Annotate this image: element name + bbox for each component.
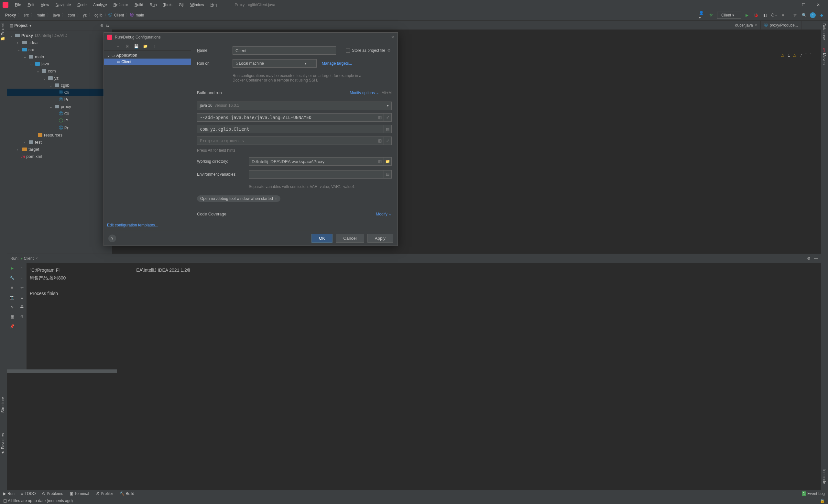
ok-button[interactable]: OK (312, 234, 332, 243)
camera-icon[interactable]: 📷 (9, 294, 15, 300)
expand-icon[interactable]: ⤢ (384, 136, 392, 145)
program-args-input[interactable] (197, 136, 376, 145)
breadcrumb-item[interactable]: com (66, 13, 77, 17)
folder-icon[interactable]: 📁 (142, 44, 149, 48)
editor-tab[interactable]: Ⓒproxy/Produce... (761, 21, 801, 30)
tree-row[interactable]: Ⓘ IP (7, 117, 112, 124)
add-icon[interactable]: + (106, 44, 112, 48)
lock-icon[interactable]: 🔒 (820, 499, 825, 503)
stop-icon[interactable]: ■ (9, 284, 15, 291)
menu-view[interactable]: View (38, 3, 52, 7)
breadcrumb-item[interactable]: java (51, 13, 62, 17)
down-icon[interactable]: ↓ (19, 275, 25, 281)
bottom-tab-run[interactable]: ▶ Run (3, 491, 14, 496)
git-icon[interactable]: ⇄ (792, 12, 798, 18)
collapse-icon[interactable]: ⇆ (106, 23, 109, 28)
insert-icon[interactable]: ▥ (376, 136, 384, 145)
exit-icon[interactable]: ⎋ (9, 304, 15, 310)
gear-icon[interactable]: ⚙ (807, 256, 811, 261)
horizontal-scrollbar[interactable] (7, 369, 117, 373)
editor-inspections[interactable]: ⚠1 ⚠7 ˆˇ (781, 53, 811, 57)
tree-row[interactable]: Ⓒ Pr (7, 124, 112, 131)
menu-navigate[interactable]: Navigate (52, 3, 74, 7)
insert-icon[interactable]: ▥ (376, 113, 384, 122)
chip-close-icon[interactable]: × (275, 196, 277, 201)
profiler-icon[interactable]: ⏱▾ (771, 12, 777, 18)
menu-window[interactable]: Window (187, 3, 207, 7)
bottom-tab-terminal[interactable]: ▣ Terminal (70, 491, 89, 496)
menu-file[interactable]: File (12, 3, 24, 7)
rerun-icon[interactable]: ▶ (9, 265, 15, 271)
tree-row-selected[interactable]: Ⓒ Cli (7, 89, 112, 96)
apply-button[interactable]: Apply (367, 234, 393, 243)
hide-icon[interactable]: — (814, 256, 818, 261)
pin-icon[interactable]: 📌 (9, 323, 15, 330)
menu-analyze[interactable]: Analyze (90, 3, 110, 7)
trash-icon[interactable]: 🗑 (19, 313, 25, 320)
tree-row[interactable]: ⌄src (7, 46, 112, 53)
rail-structure[interactable]: Structure (0, 394, 6, 415)
print-icon[interactable]: 🖶 (19, 304, 25, 310)
run-icon[interactable]: ▶ (744, 12, 750, 18)
modify-link[interactable]: Modify ⌄ (376, 212, 392, 216)
tree-row[interactable]: ⌄proxy (7, 103, 112, 110)
gear-icon[interactable]: ⚙ (387, 48, 392, 53)
tree-row[interactable]: ⌄cglib (7, 82, 112, 89)
update-icon[interactable]: ↑ (810, 12, 816, 18)
config-group-application[interactable]: ⌄▭ Application (104, 52, 191, 58)
store-checkbox[interactable] (346, 48, 350, 53)
breadcrumb-item[interactable]: main (35, 13, 47, 17)
expand-icon[interactable]: ⤢ (384, 113, 392, 122)
menu-build[interactable]: Build (131, 3, 147, 7)
rail-database[interactable]: Database (821, 21, 827, 42)
breadcrumb-item[interactable]: src (22, 13, 31, 17)
breadcrumb-item[interactable]: Client (112, 13, 126, 17)
browse-icon[interactable]: ▤ (384, 170, 392, 178)
tree-row[interactable]: ›test (7, 138, 112, 145)
menu-code[interactable]: Code (74, 3, 90, 7)
breadcrumb-item[interactable]: yz (81, 13, 89, 17)
tree-row[interactable]: ›target (7, 145, 112, 153)
menu-run[interactable]: Run (147, 3, 160, 7)
insert-icon[interactable]: ▥ (376, 157, 384, 166)
menu-git[interactable]: Git (176, 3, 187, 7)
run-output[interactable]: "C:\Program Fi EA\IntelliJ IDEA 2021.1.2… (27, 263, 821, 373)
close-window-button[interactable]: ✕ (811, 0, 825, 9)
tree-row[interactable]: ⌄yz (7, 74, 112, 82)
rail-leetcode[interactable]: leetcode (821, 467, 827, 487)
stop-icon[interactable]: ■ (780, 12, 786, 18)
tree-row[interactable]: ⌄com (7, 67, 112, 74)
up-icon[interactable]: ↑ (19, 265, 25, 271)
close-icon[interactable]: × (36, 256, 38, 261)
modify-options-link[interactable]: Modify options ⌄ (349, 91, 379, 95)
tree-row[interactable]: Ⓒ Pr (7, 96, 112, 103)
bottom-tab-eventlog[interactable]: 1 Event Log (802, 491, 825, 496)
menu-help[interactable]: Help (207, 3, 222, 7)
config-item-client[interactable]: ▭ Client (104, 58, 191, 65)
user-icon[interactable]: 👤▾ (699, 12, 705, 18)
maximize-button[interactable]: ☐ (796, 0, 811, 9)
tree-row[interactable]: ›.idea (7, 39, 112, 46)
manage-targets-link[interactable]: Manage targets... (322, 61, 352, 66)
tree-row[interactable]: m pom.xml (7, 153, 112, 160)
tree-row[interactable]: Ⓒ Cli (7, 110, 112, 117)
bottom-tab-todo[interactable]: ≡ TODO (21, 491, 36, 496)
bottom-tab-problems[interactable]: ⊘ Problems (42, 491, 63, 496)
tree-row[interactable]: resources (7, 131, 112, 138)
rail-favorites[interactable]: ★Favorites (0, 430, 6, 457)
tree-row[interactable]: ⌄main (7, 53, 112, 60)
cancel-button[interactable]: Cancel (336, 234, 364, 243)
menu-refactor[interactable]: Refactor (110, 3, 131, 7)
ide-icon[interactable]: ◆ (818, 12, 825, 18)
remove-icon[interactable]: − (115, 44, 121, 48)
wrench-icon[interactable]: 🔧 (9, 275, 15, 281)
workdir-input[interactable] (249, 157, 376, 166)
editor-tab[interactable]: ducer.java× (732, 21, 761, 30)
debug-icon[interactable]: 🐞 (753, 12, 759, 18)
folder-icon[interactable]: 📁 (384, 157, 392, 166)
runon-select[interactable]: ⌂ Local machine▾ (233, 59, 317, 68)
run-config-dropdown[interactable]: Client ▾ (717, 12, 741, 19)
wrap-icon[interactable]: ↩ (19, 284, 25, 291)
tree-row-root[interactable]: ⌄ Proxy D:\Intellij IDEA\ID (7, 32, 112, 39)
rail-project[interactable]: 📁Project (0, 21, 6, 44)
